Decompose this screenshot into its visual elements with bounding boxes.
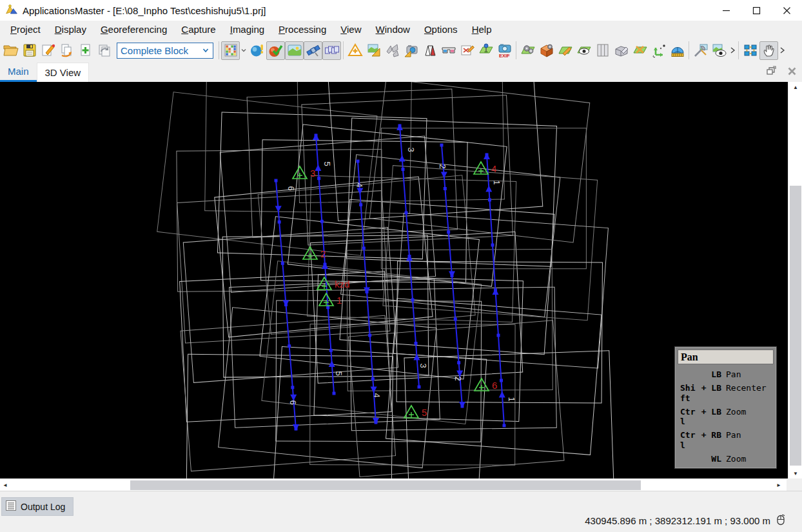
- color-grid-icon: [223, 43, 239, 58]
- menu-processing[interactable]: Processing: [271, 22, 333, 37]
- menu-capture[interactable]: Capture: [174, 22, 222, 37]
- control-point-2[interactable]: 2: [303, 247, 326, 259]
- tab-3d-view[interactable]: 3D View: [37, 63, 90, 82]
- reload-project-button[interactable]: [95, 41, 113, 60]
- menu-window[interactable]: Window: [369, 22, 417, 37]
- image-settings-button[interactable]: [691, 41, 710, 60]
- open-project-button[interactable]: [1, 41, 20, 60]
- menu-options[interactable]: Options: [417, 22, 465, 37]
- menu-display[interactable]: Display: [48, 22, 93, 37]
- photo-center-marker: [291, 386, 294, 389]
- mdi-close-button[interactable]: [785, 64, 798, 77]
- batch-process-button[interactable]: [537, 41, 556, 60]
- strip-number-label: 6: [286, 186, 296, 190]
- legend-action: Zoom: [726, 407, 746, 428]
- control-point-label: 5: [422, 407, 427, 418]
- legend-action: Pan: [726, 430, 741, 451]
- image-preview-button[interactable]: [710, 41, 729, 60]
- chevron-down-icon[interactable]: [240, 41, 248, 60]
- transform-axes-button[interactable]: [649, 41, 668, 60]
- camera-calibration-button[interactable]: [402, 41, 420, 60]
- close-button[interactable]: [772, 0, 802, 21]
- stereo-view-button[interactable]: [439, 41, 458, 60]
- document-tab-bar: Main3D View: [0, 63, 802, 82]
- output-log-tab[interactable]: Output Log: [1, 497, 73, 516]
- gcp-map-button[interactable]: [476, 41, 495, 60]
- image-measure-button[interactable]: [364, 41, 383, 60]
- flight-direction-arrow: [449, 271, 455, 278]
- horizontal-scrollbar[interactable]: ◄ ►: [0, 478, 787, 491]
- save-project-button[interactable]: [20, 41, 39, 60]
- menu-bar: ProjectDisplayGeoreferencingCaptureImagi…: [0, 21, 802, 38]
- vertical-scrollbar[interactable]: ▲ ▼: [788, 82, 802, 478]
- exif-camera-icon: EXIF: [497, 43, 513, 58]
- show-images-button[interactable]: [285, 41, 304, 60]
- camera-network-button[interactable]: [741, 41, 759, 60]
- legend-modifier-key: Shift: [680, 383, 698, 404]
- block-grid-button[interactable]: [221, 41, 240, 60]
- control-point-1[interactable]: 1: [319, 293, 342, 306]
- menu-view[interactable]: View: [333, 22, 368, 37]
- photo-center-marker: [491, 244, 494, 247]
- control-point-5[interactable]: 5: [404, 406, 427, 418]
- chevron-down-icon: [202, 45, 210, 56]
- quality-check-button[interactable]: [266, 41, 285, 60]
- flight-direction-arrow: [499, 391, 505, 398]
- horizontal-scrollbar-thumb[interactable]: [130, 480, 641, 490]
- edit-project-button[interactable]: [39, 41, 57, 60]
- exif-import-button[interactable]: EXIF: [495, 41, 514, 60]
- control-point-3[interactable]: 3: [293, 166, 315, 179]
- control-point-cross-icon: [478, 168, 484, 173]
- toolbar-separator: [516, 41, 516, 59]
- copy-transform-icon: [59, 43, 75, 58]
- maximize-button[interactable]: [741, 0, 772, 21]
- scroll-right-arrow[interactable]: ►: [774, 479, 784, 491]
- add-data-button[interactable]: [76, 41, 95, 60]
- transfer-data-button[interactable]: [57, 41, 76, 60]
- globe-status-button[interactable]: [248, 41, 266, 60]
- add-point-button[interactable]: [346, 41, 364, 60]
- photo-strips-button[interactable]: [322, 41, 341, 60]
- mdi-restore-button[interactable]: [765, 64, 778, 77]
- dtm-measure-button[interactable]: [668, 41, 687, 60]
- scroll-down-arrow[interactable]: ▼: [788, 469, 802, 478]
- viewport: 665544332211342kzd165 Pan LBPanShift+ LB…: [0, 82, 802, 478]
- flight-direction-arrow: [399, 155, 406, 162]
- scroll-left-arrow[interactable]: ◄: [0, 479, 10, 491]
- process-map-button[interactable]: [518, 41, 537, 60]
- menu-project[interactable]: Project: [3, 22, 48, 37]
- photo-footprint: [260, 217, 479, 379]
- toolbar-separator: [219, 41, 219, 59]
- gnss-antenna-button[interactable]: [420, 41, 439, 60]
- building-edit-icon: [614, 43, 629, 58]
- view-map-button[interactable]: [574, 41, 593, 60]
- toolbar-overflow-button[interactable]: [729, 41, 736, 60]
- strip-panel-button[interactable]: [593, 41, 612, 60]
- menu-georeferencing[interactable]: Georeferencing: [93, 22, 174, 37]
- edit-map-button[interactable]: [556, 41, 574, 60]
- model-edit-button[interactable]: [612, 41, 631, 60]
- block-view-select[interactable]: Complete Block: [117, 43, 213, 59]
- satellite-data-button[interactable]: [304, 41, 322, 60]
- legend-row: Shift+ LBRecenter: [680, 383, 774, 404]
- legend-mouse-button: WL: [698, 454, 721, 464]
- flight-strip-3: 33: [396, 124, 428, 389]
- add-document-icon: [78, 43, 93, 58]
- menu-help[interactable]: Help: [465, 22, 499, 37]
- menu-imaging[interactable]: Imaging: [223, 22, 271, 37]
- photo-center-marker: [500, 379, 503, 382]
- toolbar-overflow-button[interactable]: [778, 41, 786, 60]
- vertical-scrollbar-thumb[interactable]: [790, 186, 801, 466]
- photo-center-marker: [418, 386, 421, 389]
- control-point-6[interactable]: 6: [474, 379, 497, 391]
- scroll-up-arrow[interactable]: ▲: [788, 83, 802, 92]
- frame-edit-button[interactable]: [458, 41, 476, 60]
- pan-tool-button[interactable]: [759, 41, 778, 60]
- block-canvas[interactable]: 665544332211342kzd165 Pan LBPanShift+ LB…: [0, 82, 788, 478]
- minimize-button[interactable]: [711, 0, 741, 21]
- strip-number-label: 5: [322, 161, 332, 166]
- orientations-button[interactable]: [383, 41, 402, 60]
- tab-main[interactable]: Main: [0, 63, 37, 82]
- flight-direction-arrow: [315, 164, 321, 171]
- map-tools-button[interactable]: [631, 41, 649, 60]
